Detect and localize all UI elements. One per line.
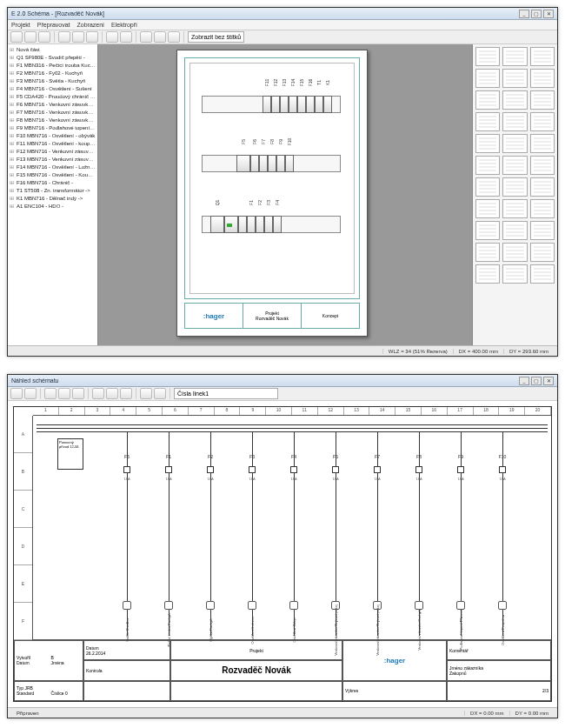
tool-paste-icon[interactable] (72, 388, 84, 399)
tool-zoom-out-icon[interactable] (154, 31, 166, 43)
thumbnail[interactable] (530, 177, 555, 197)
circuit-column[interactable]: F716AVenkovní zásuvka Obývací pokoj (362, 431, 393, 636)
thumbnail[interactable] (530, 221, 555, 240)
close-icon[interactable]: ✕ (543, 377, 554, 385)
thumbnail[interactable] (530, 264, 555, 284)
circuit-column[interactable]: F1016AOsvětlení Koupelna (487, 431, 518, 636)
thumbnail[interactable] (475, 69, 500, 88)
tree-item[interactable]: F7 MBN716 - Venkovní zásuvka - obýv (10, 109, 96, 117)
thumbnail[interactable] (502, 90, 527, 110)
thumbnail[interactable] (530, 134, 555, 153)
thumbnail[interactable] (475, 156, 500, 175)
tool-copy-icon[interactable] (58, 388, 70, 399)
tool-paste-icon[interactable] (86, 31, 98, 43)
tree-item[interactable]: F1 MBN316 - Pečící trouba Kuchyň (10, 62, 96, 70)
thumbnail[interactable] (475, 221, 500, 240)
tool-zoom-fit-icon[interactable] (106, 388, 118, 399)
tool-zoom-icon[interactable] (140, 31, 152, 43)
tree-item[interactable]: F15 MBN716 - Osvětlení - Koupelna (10, 171, 96, 179)
module[interactable] (289, 96, 297, 113)
module[interactable] (247, 216, 256, 233)
module[interactable] (264, 216, 273, 233)
module[interactable] (276, 155, 285, 172)
tool-save-icon[interactable] (38, 31, 50, 43)
menu-projekt[interactable]: Projekt (11, 22, 30, 28)
module[interactable] (306, 96, 315, 113)
cabinet-canvas[interactable]: F11 F12 F13 F14 F15 F16 T1 K1 (98, 44, 472, 345)
tree-item[interactable]: Q1 SF980E - Svodič přepětí - (10, 54, 96, 62)
tool-zoom-icon[interactable] (92, 388, 104, 399)
thumbnail[interactable] (502, 156, 527, 175)
module[interactable] (285, 155, 294, 172)
schematic-sheet[interactable]: 1 2 3 4 5 6 7 8 9 10 11 12 13 14 15 16 1… (13, 406, 552, 702)
tree-item[interactable]: F12 MBN716 - Venkovní zásuvka - Lož (10, 148, 96, 156)
tool-new-icon[interactable] (10, 388, 23, 399)
tool-undo-icon[interactable] (106, 31, 118, 43)
close-icon[interactable]: ✕ (543, 10, 554, 18)
module[interactable] (263, 96, 271, 113)
circuit-column[interactable]: F616AVenkovní zásuvka Obývací pokoj (320, 431, 351, 636)
thumbnail-gallery[interactable] (472, 44, 557, 345)
tool-new-icon[interactable] (10, 31, 23, 43)
circuit-column[interactable]: F116APečící trouba Kuchyň (153, 431, 184, 636)
thumbnail[interactable] (502, 47, 527, 66)
thumbnail[interactable] (475, 177, 500, 197)
supply-box[interactable]: Pomocný přívod 12-56 (57, 438, 83, 470)
tool-open-icon[interactable] (24, 31, 37, 43)
tree-item[interactable]: F14 MBN716 - Osvětlení - Ložnice (10, 164, 96, 171)
tool-copy-icon[interactable] (72, 31, 84, 43)
minimize-icon[interactable]: _ (519, 377, 529, 385)
tool-print-icon[interactable] (120, 388, 132, 399)
titlebar[interactable]: Náhled schématu _ ▢ ✕ (8, 375, 557, 387)
tool-export-icon[interactable] (154, 388, 166, 399)
module[interactable] (259, 155, 268, 172)
tool-print-icon[interactable] (168, 31, 180, 43)
thumbnail[interactable] (530, 156, 555, 175)
module[interactable] (271, 96, 280, 113)
thumbnail[interactable] (530, 112, 555, 131)
tree-item[interactable]: A1 ENC104 - HDO - (10, 203, 96, 210)
tool-save-icon[interactable] (24, 388, 37, 399)
module[interactable] (315, 96, 323, 113)
tree-item[interactable]: F8 MBN716 - Venkovní zásuvka - Kou (10, 117, 96, 124)
tree-item[interactable]: F4 MBN716 - Osvětlení - Sušení (10, 85, 96, 93)
tree-item[interactable]: Nová část (10, 46, 96, 54)
thumbnail[interactable] (502, 69, 527, 88)
tree-item[interactable]: F16 MBN716 - Chránič - (10, 179, 96, 187)
circuit-column[interactable]: F416AOsvětlení Sklep (278, 431, 309, 636)
module[interactable] (250, 155, 259, 172)
module-spd[interactable] (224, 216, 238, 233)
line-number-select[interactable]: Čísla linek1 (174, 388, 278, 399)
module[interactable] (297, 96, 306, 113)
thumbnail[interactable] (502, 199, 527, 218)
module-rcd[interactable] (236, 155, 250, 172)
thumbnail[interactable] (475, 90, 500, 110)
tree-item[interactable]: T1 ST508 - Zn. transformátor -> (10, 187, 96, 195)
thumbnail[interactable] (502, 221, 527, 240)
module-main[interactable] (210, 216, 224, 233)
thumbnail[interactable] (502, 264, 527, 284)
thumbnail[interactable] (502, 243, 527, 262)
thumbnail[interactable] (475, 264, 500, 284)
maximize-icon[interactable]: ▢ (531, 377, 542, 385)
tool-refresh-icon[interactable] (140, 388, 152, 399)
tool-cut-icon[interactable] (44, 388, 56, 399)
thumbnail[interactable] (530, 243, 555, 262)
maximize-icon[interactable]: ▢ (531, 10, 542, 18)
tree-item[interactable]: F10 MBN716 - Osvětlení - obývák (10, 132, 96, 140)
module[interactable] (280, 96, 289, 113)
module[interactable] (273, 216, 282, 233)
thumbnail[interactable] (502, 134, 527, 153)
tree-item[interactable]: K1 MBN716 - Dělnač indý -> (10, 195, 96, 203)
component-tree[interactable]: Nová část Q1 SF980E - Svodič přepětí - F… (8, 44, 98, 345)
thumbnail[interactable] (475, 112, 500, 131)
tree-item[interactable]: F9 MBN716 - Podlahové topení #Obýv (10, 124, 96, 132)
menu-prepravovat[interactable]: Přepravovat (37, 22, 70, 28)
thumbnail[interactable] (502, 177, 527, 197)
tool-redo-icon[interactable] (120, 31, 132, 43)
circuit-column[interactable]: F816AVenkovní zásuvka Kuchyň (403, 431, 435, 636)
view-mode-select[interactable]: Zobrazit bez štítků (188, 31, 244, 43)
menu-zobrazeni[interactable]: Zobrazení (77, 22, 105, 28)
circuit-column[interactable]: F916APodlahové topení Přízemí (445, 431, 476, 636)
tree-item[interactable]: F11 MBN716 - Osvětlení - koupelna (10, 140, 96, 148)
